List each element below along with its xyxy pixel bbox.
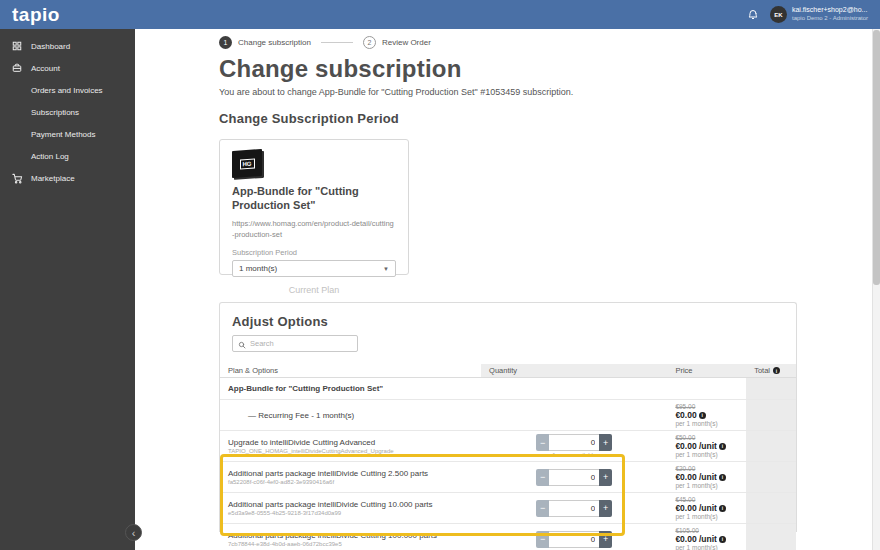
plan-option-cell: Additional parts package intelliDivide C… bbox=[220, 524, 481, 550]
step-connector bbox=[321, 42, 353, 43]
price-cell: €20.00€0.00 /unitiper 1 month(s) bbox=[667, 462, 746, 492]
sidebar-item-dashboard[interactable]: Dashboard bbox=[0, 35, 135, 57]
option-name: Additional parts package intelliDivide C… bbox=[228, 469, 473, 478]
table-body: App-Bundle for "Cutting Production Set"—… bbox=[220, 378, 796, 550]
product-title: App-Bundle for "Cutting Production Set" bbox=[232, 185, 396, 213]
quantity-input[interactable] bbox=[549, 434, 599, 451]
sidebar-collapse-button[interactable]: ‹ bbox=[125, 524, 142, 541]
quantity-decrease-button[interactable]: − bbox=[536, 531, 549, 548]
product-url-link[interactable]: https://www.homag.com/en/product-detail/… bbox=[232, 218, 396, 241]
sidebar-item-account[interactable]: Account bbox=[0, 57, 135, 79]
total-cell bbox=[746, 378, 796, 399]
column-header-plan-options: Plan & Options bbox=[220, 364, 481, 377]
price-current: €0.00 /uniti bbox=[675, 534, 738, 544]
options-header: Adjust Options bbox=[220, 314, 796, 352]
table-row: Additional parts package intelliDivide C… bbox=[220, 462, 796, 493]
user-email: kai.fischer+shop2@ho... bbox=[792, 6, 868, 15]
price-cell: €105.00€0.00 /unitiper 1 month(s) bbox=[667, 524, 746, 550]
step-1-label: Change subscription bbox=[238, 38, 311, 47]
quantity-input[interactable] bbox=[549, 500, 599, 517]
plan-option-cell: Additional parts package intelliDivide C… bbox=[220, 462, 481, 492]
sidebar-item-orders-invoices[interactable]: Orders and Invoices bbox=[0, 79, 135, 101]
price-original: €20.00 bbox=[675, 465, 738, 472]
quantity-increase-button[interactable]: + bbox=[599, 434, 612, 451]
product-logo-text: HG bbox=[240, 158, 255, 169]
period-select-value: 1 month(s) bbox=[239, 264, 277, 273]
info-icon[interactable]: i bbox=[719, 505, 726, 512]
price-period: per 1 month(s) bbox=[675, 420, 738, 427]
info-icon[interactable]: i bbox=[719, 474, 726, 481]
price-original: €105.00 bbox=[675, 527, 738, 534]
quantity-stepper: −+ bbox=[536, 531, 612, 548]
wizard-steps: 1 Change subscription 2 Review Order bbox=[219, 36, 872, 49]
sidebar-item-subscriptions[interactable]: Subscriptions bbox=[0, 101, 135, 123]
app-window: tapio EK kai.fischer+shop2@ho... tapio D… bbox=[0, 0, 880, 550]
table-row: — Recurring Fee - 1 month(s)€95.00€0.00i… bbox=[220, 400, 796, 431]
info-icon[interactable]: i bbox=[699, 412, 706, 419]
price-period: per 1 month(s) bbox=[675, 513, 738, 520]
price-current-value: €0.00 /unit bbox=[675, 441, 717, 451]
sidebar-label: Action Log bbox=[31, 152, 69, 161]
quantity-increase-button[interactable]: + bbox=[599, 531, 612, 548]
price-period: per 1 month(s) bbox=[675, 482, 738, 489]
adjust-options-card: Adjust Options Plan & Options Quantity P… bbox=[219, 302, 797, 532]
price-cell bbox=[667, 378, 746, 399]
quantity-increase-button[interactable]: + bbox=[599, 469, 612, 486]
quantity-stepper: −+ bbox=[536, 500, 612, 517]
table-row: Additional parts package intelliDivide C… bbox=[220, 493, 796, 524]
user-menu[interactable]: EK kai.fischer+shop2@ho... tapio Demo 2 … bbox=[770, 6, 868, 23]
quantity-decrease-button[interactable]: − bbox=[536, 500, 549, 517]
sidebar-label: Orders and Invoices bbox=[31, 86, 103, 95]
info-icon[interactable]: i bbox=[773, 367, 780, 374]
tapio-logo[interactable]: tapio bbox=[12, 4, 60, 26]
sidebar-item-payment-methods[interactable]: Payment Methods bbox=[0, 123, 135, 145]
sidebar: Dashboard Account Orders and Invoices Su… bbox=[0, 29, 135, 550]
quantity-decrease-button[interactable]: − bbox=[536, 469, 549, 486]
step-1-circle: 1 bbox=[219, 36, 232, 49]
current-plan-button[interactable]: Current Plan bbox=[232, 285, 396, 295]
price-period: per 1 month(s) bbox=[675, 544, 738, 550]
option-code: 7cb78844-e38d-4b0d-aaeb-06d72bcc39e5 bbox=[228, 541, 473, 547]
table-header-row: Plan & Options Quantity Price Total i bbox=[220, 364, 796, 378]
period-select[interactable]: 1 month(s) ▼ bbox=[232, 260, 396, 277]
price-current: €0.00 /uniti bbox=[675, 472, 738, 482]
page-subtitle: You are about to change App-Bundle for "… bbox=[219, 87, 872, 97]
scrollbar-thumb[interactable] bbox=[873, 30, 880, 285]
vertical-scrollbar[interactable] bbox=[872, 29, 880, 550]
table-row: Upgrade to intelliDivide Cutting Advance… bbox=[220, 431, 796, 462]
info-icon[interactable]: i bbox=[719, 443, 726, 450]
product-logo: HG bbox=[232, 149, 262, 178]
sidebar-label: Dashboard bbox=[31, 42, 70, 51]
price-period: per 1 month(s) bbox=[675, 451, 738, 458]
total-cell bbox=[746, 400, 796, 430]
options-table: Plan & Options Quantity Price Total i Ap… bbox=[220, 364, 796, 550]
dashboard-icon bbox=[10, 41, 24, 51]
info-icon[interactable]: i bbox=[719, 536, 726, 543]
quantity-input[interactable] bbox=[549, 531, 599, 548]
price-current-value: €0.00 /unit bbox=[675, 503, 717, 513]
price-current: €0.00 /uniti bbox=[675, 503, 738, 513]
sidebar-item-action-log[interactable]: Action Log bbox=[0, 145, 135, 167]
topbar: tapio EK kai.fischer+shop2@ho... tapio D… bbox=[0, 0, 880, 29]
avatar[interactable]: EK bbox=[770, 6, 787, 23]
sidebar-label: Payment Methods bbox=[31, 130, 95, 139]
search-input[interactable] bbox=[250, 339, 352, 348]
notifications-bell-icon[interactable] bbox=[747, 8, 759, 21]
price-cell: €95.00€0.00iper 1 month(s) bbox=[667, 400, 746, 430]
sidebar-item-marketplace[interactable]: Marketplace bbox=[0, 167, 135, 189]
option-name: — Recurring Fee - 1 month(s) bbox=[228, 411, 473, 420]
chevron-down-icon: ▼ bbox=[383, 266, 389, 272]
price-original: €45.00 bbox=[675, 496, 738, 503]
plan-option-cell: Upgrade to intelliDivide Cutting Advance… bbox=[220, 431, 481, 461]
total-cell bbox=[746, 493, 796, 523]
options-search-box bbox=[232, 335, 358, 352]
quantity-cell: −+ bbox=[481, 462, 667, 492]
quantity-stepper: −+ bbox=[536, 434, 612, 451]
total-label: Total bbox=[754, 366, 770, 375]
table-row: App-Bundle for "Cutting Production Set" bbox=[220, 378, 796, 400]
quantity-increase-button[interactable]: + bbox=[599, 500, 612, 517]
period-select-label: Subscription Period bbox=[232, 248, 396, 257]
quantity-input[interactable] bbox=[549, 469, 599, 486]
quantity-decrease-button[interactable]: − bbox=[536, 434, 549, 451]
price-current-value: €0.00 bbox=[675, 410, 696, 420]
